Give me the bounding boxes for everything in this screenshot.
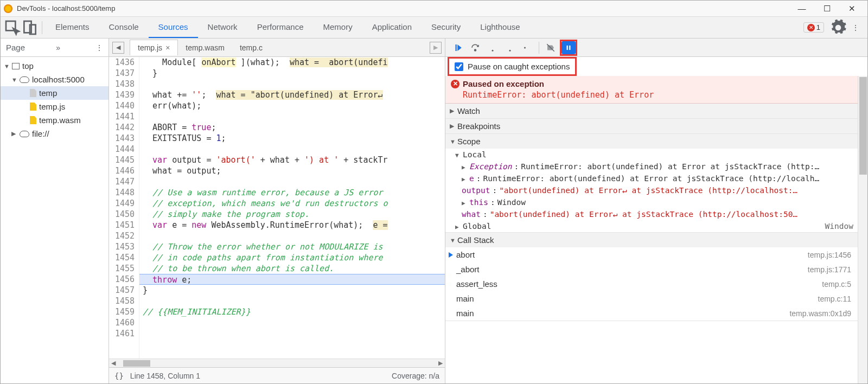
- devtools-favicon: [4, 4, 12, 13]
- scope-var-what[interactable]: what: "abort(undefined) at Error↵ at jsS…: [445, 208, 858, 220]
- window-title: DevTools - localhost:5000/temp: [17, 4, 789, 12]
- error-icon: ✕: [451, 80, 459, 88]
- minimize-button[interactable]: —: [789, 1, 814, 16]
- callstack-frame-assert_less[interactable]: assert_lesstemp.c:5: [445, 277, 858, 291]
- error-dot-icon: ✕: [807, 24, 815, 31]
- scope-var-Exception[interactable]: ▶Exception: RuntimeError: abort(undefine…: [445, 161, 858, 172]
- tab-elements[interactable]: Elements: [46, 17, 99, 38]
- scope-local-header[interactable]: ▼Local: [445, 149, 858, 161]
- tree-node-file-scheme[interactable]: ▶file://: [1, 127, 108, 140]
- breakpoints-section-header[interactable]: ▶Breakpoints: [445, 119, 858, 133]
- scope-var-output[interactable]: output: "abort(undefined) at Error↵ at j…: [445, 184, 858, 196]
- exception-message: RuntimeError: abort(undefined) at Error: [451, 88, 852, 100]
- callstack-section-header[interactable]: ▼Call Stack: [445, 233, 858, 247]
- nav-back-icon[interactable]: ◀: [112, 42, 124, 54]
- main-toolbar: ElementsConsoleSourcesNetworkPerformance…: [1, 17, 867, 39]
- page-panel-more-icon[interactable]: »: [56, 43, 60, 52]
- step-out-button[interactable]: [502, 40, 518, 55]
- page-panel-label[interactable]: Page: [6, 43, 25, 52]
- kebab-menu-icon[interactable]: ⋮: [847, 19, 864, 36]
- error-count-badge[interactable]: ✕ 1: [803, 22, 824, 33]
- scope-var-this[interactable]: ▶this: Window: [445, 196, 858, 208]
- scope-global-header[interactable]: ▶GlobalWindow: [445, 220, 858, 232]
- resume-button[interactable]: [450, 40, 466, 55]
- settings-gear-icon[interactable]: [829, 19, 847, 36]
- editor-h-scrollbar[interactable]: ◀▶: [109, 359, 445, 367]
- error-count: 1: [816, 23, 820, 31]
- pause-on-caught-checkbox[interactable]: [455, 62, 463, 71]
- tree-node-file-tempwasm[interactable]: temp.wasm: [1, 113, 108, 127]
- close-tab-icon[interactable]: ×: [165, 43, 170, 52]
- editor-tab-temp-wasm[interactable]: temp.wasm: [178, 40, 232, 55]
- tab-performance[interactable]: Performance: [247, 17, 314, 38]
- callstack-frame-abort[interactable]: aborttemp.js:1456: [445, 247, 858, 262]
- tree-node-domain[interactable]: ▼localhost:5000: [1, 73, 108, 86]
- svg-point-5: [509, 49, 511, 51]
- tab-network[interactable]: Network: [198, 17, 247, 38]
- editor-statusbar: {}Line 1458, Column 1 Coverage: n/a: [109, 367, 445, 383]
- tab-console[interactable]: Console: [99, 17, 149, 38]
- debugger-panel: Pause on caught exceptions ✕Paused on ex…: [445, 39, 867, 383]
- device-toolbar-icon[interactable]: [21, 19, 39, 36]
- watch-section-header[interactable]: ▶Watch: [445, 104, 858, 118]
- exception-banner: ✕Paused on exception RuntimeError: abort…: [445, 76, 858, 104]
- tab-application[interactable]: Application: [362, 17, 422, 38]
- close-window-button[interactable]: ✕: [839, 1, 864, 16]
- svg-point-6: [524, 47, 526, 48]
- svg-rect-7: [567, 45, 568, 49]
- pause-on-caught-label: Pause on caught exceptions: [468, 62, 570, 71]
- run-snippet-icon[interactable]: ▶: [430, 42, 442, 54]
- callstack-frame-main[interactable]: maintemp.wasm:0x1d9: [445, 306, 858, 321]
- debugger-toolbar: [445, 39, 867, 57]
- step-over-button[interactable]: [467, 40, 483, 55]
- tab-security[interactable]: Security: [422, 17, 470, 38]
- editor-tab-temp-c[interactable]: temp.c: [232, 40, 270, 55]
- tree-node-file-tempjs[interactable]: temp.js: [1, 100, 108, 113]
- svg-point-4: [492, 49, 494, 51]
- pause-on-exceptions-button[interactable]: [561, 41, 576, 54]
- scope-section-header[interactable]: ▼Scope: [445, 134, 858, 149]
- tree-node-file-temp[interactable]: temp: [1, 86, 108, 100]
- page-navigator: Page » ⋮ ▼top ▼localhost:5000 temp temp.…: [1, 39, 109, 383]
- callstack-frame-main[interactable]: maintemp.c:11: [445, 291, 858, 306]
- editor-tabstrip: ◀ temp.js×temp.wasmtemp.c ▶: [109, 39, 445, 57]
- editor-tab-temp-js[interactable]: temp.js×: [130, 40, 178, 55]
- coverage-label: Coverage: n/a: [392, 372, 439, 380]
- code-area[interactable]: 1436143714381439144014411442144314441445…: [109, 57, 445, 359]
- tab-memory[interactable]: Memory: [314, 17, 362, 38]
- deactivate-breakpoints-button[interactable]: [542, 40, 559, 55]
- source-editor: ◀ temp.js×temp.wasmtemp.c ▶ 143614371438…: [109, 39, 445, 383]
- svg-point-3: [475, 49, 476, 51]
- cloud-icon: [20, 76, 29, 83]
- pause-exceptions-highlight: [560, 40, 577, 56]
- step-into-button[interactable]: [484, 40, 501, 55]
- tab-lighthouse[interactable]: Lighthouse: [470, 17, 529, 38]
- page-panel-kebab-icon[interactable]: ⋮: [95, 43, 103, 52]
- cursor-position: Line 1458, Column 1: [130, 372, 200, 380]
- wasm-file-icon: [30, 116, 36, 124]
- pretty-print-icon[interactable]: {}: [114, 372, 124, 380]
- frame-icon: [12, 63, 20, 69]
- step-button[interactable]: [519, 40, 535, 55]
- inspect-element-icon[interactable]: [4, 19, 21, 36]
- right-panel-scrollbar[interactable]: [858, 76, 867, 383]
- svg-rect-8: [569, 45, 570, 49]
- cloud-icon: [20, 131, 29, 137]
- js-file-icon: [30, 103, 36, 111]
- callstack-frame-_abort[interactable]: _aborttemp.js:1771: [445, 262, 858, 277]
- exception-title: Paused on exception: [463, 79, 544, 88]
- scope-var-e[interactable]: ▶e: RuntimeError: abort(undefined) at Er…: [445, 172, 858, 184]
- pause-on-caught-row[interactable]: Pause on caught exceptions: [448, 57, 577, 76]
- titlebar: DevTools - localhost:5000/temp — ☐ ✕: [1, 1, 867, 17]
- tree-node-top[interactable]: ▼top: [1, 59, 108, 73]
- maximize-button[interactable]: ☐: [814, 1, 839, 16]
- file-icon: [30, 89, 36, 97]
- tab-sources[interactable]: Sources: [149, 17, 198, 38]
